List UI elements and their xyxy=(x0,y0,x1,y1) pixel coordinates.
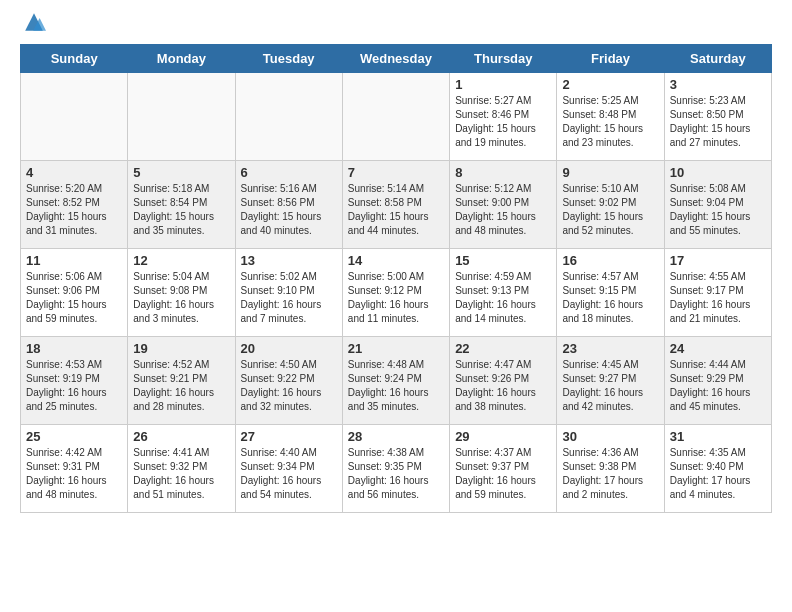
day-number: 13 xyxy=(241,253,337,268)
calendar-cell: 18Sunrise: 4:53 AM Sunset: 9:19 PM Dayli… xyxy=(21,337,128,425)
cell-text: Sunrise: 5:10 AM Sunset: 9:02 PM Dayligh… xyxy=(562,182,658,238)
cell-text: Sunrise: 5:27 AM Sunset: 8:46 PM Dayligh… xyxy=(455,94,551,150)
day-number: 31 xyxy=(670,429,766,444)
calendar-cell xyxy=(128,73,235,161)
day-number: 6 xyxy=(241,165,337,180)
calendar-cell: 15Sunrise: 4:59 AM Sunset: 9:13 PM Dayli… xyxy=(450,249,557,337)
calendar-cell: 25Sunrise: 4:42 AM Sunset: 9:31 PM Dayli… xyxy=(21,425,128,513)
calendar-cell: 13Sunrise: 5:02 AM Sunset: 9:10 PM Dayli… xyxy=(235,249,342,337)
cell-text: Sunrise: 4:53 AM Sunset: 9:19 PM Dayligh… xyxy=(26,358,122,414)
cell-text: Sunrise: 4:52 AM Sunset: 9:21 PM Dayligh… xyxy=(133,358,229,414)
day-number: 25 xyxy=(26,429,122,444)
day-header-wednesday: Wednesday xyxy=(342,45,449,73)
week-row-2: 4Sunrise: 5:20 AM Sunset: 8:52 PM Daylig… xyxy=(21,161,772,249)
calendar-cell: 26Sunrise: 4:41 AM Sunset: 9:32 PM Dayli… xyxy=(128,425,235,513)
day-header-friday: Friday xyxy=(557,45,664,73)
day-header-saturday: Saturday xyxy=(664,45,771,73)
calendar-cell: 20Sunrise: 4:50 AM Sunset: 9:22 PM Dayli… xyxy=(235,337,342,425)
day-header-sunday: Sunday xyxy=(21,45,128,73)
calendar-cell: 29Sunrise: 4:37 AM Sunset: 9:37 PM Dayli… xyxy=(450,425,557,513)
cell-text: Sunrise: 5:16 AM Sunset: 8:56 PM Dayligh… xyxy=(241,182,337,238)
day-number: 30 xyxy=(562,429,658,444)
calendar-cell: 24Sunrise: 4:44 AM Sunset: 9:29 PM Dayli… xyxy=(664,337,771,425)
day-number: 27 xyxy=(241,429,337,444)
cell-text: Sunrise: 5:08 AM Sunset: 9:04 PM Dayligh… xyxy=(670,182,766,238)
day-number: 11 xyxy=(26,253,122,268)
day-number: 3 xyxy=(670,77,766,92)
calendar-cell: 28Sunrise: 4:38 AM Sunset: 9:35 PM Dayli… xyxy=(342,425,449,513)
day-number: 26 xyxy=(133,429,229,444)
calendar-cell: 4Sunrise: 5:20 AM Sunset: 8:52 PM Daylig… xyxy=(21,161,128,249)
cell-text: Sunrise: 4:41 AM Sunset: 9:32 PM Dayligh… xyxy=(133,446,229,502)
day-number: 2 xyxy=(562,77,658,92)
cell-text: Sunrise: 5:14 AM Sunset: 8:58 PM Dayligh… xyxy=(348,182,444,238)
week-row-4: 18Sunrise: 4:53 AM Sunset: 9:19 PM Dayli… xyxy=(21,337,772,425)
page-header xyxy=(20,20,772,34)
calendar-cell: 9Sunrise: 5:10 AM Sunset: 9:02 PM Daylig… xyxy=(557,161,664,249)
calendar-cell: 3Sunrise: 5:23 AM Sunset: 8:50 PM Daylig… xyxy=(664,73,771,161)
day-number: 22 xyxy=(455,341,551,356)
day-number: 9 xyxy=(562,165,658,180)
calendar-cell xyxy=(21,73,128,161)
calendar-cell: 12Sunrise: 5:04 AM Sunset: 9:08 PM Dayli… xyxy=(128,249,235,337)
calendar-cell: 5Sunrise: 5:18 AM Sunset: 8:54 PM Daylig… xyxy=(128,161,235,249)
day-number: 8 xyxy=(455,165,551,180)
cell-text: Sunrise: 5:20 AM Sunset: 8:52 PM Dayligh… xyxy=(26,182,122,238)
day-number: 15 xyxy=(455,253,551,268)
cell-text: Sunrise: 5:12 AM Sunset: 9:00 PM Dayligh… xyxy=(455,182,551,238)
day-number: 24 xyxy=(670,341,766,356)
week-row-5: 25Sunrise: 4:42 AM Sunset: 9:31 PM Dayli… xyxy=(21,425,772,513)
cell-text: Sunrise: 4:50 AM Sunset: 9:22 PM Dayligh… xyxy=(241,358,337,414)
calendar-table: SundayMondayTuesdayWednesdayThursdayFrid… xyxy=(20,44,772,513)
day-number: 20 xyxy=(241,341,337,356)
cell-text: Sunrise: 4:55 AM Sunset: 9:17 PM Dayligh… xyxy=(670,270,766,326)
cell-text: Sunrise: 4:44 AM Sunset: 9:29 PM Dayligh… xyxy=(670,358,766,414)
calendar-cell: 17Sunrise: 4:55 AM Sunset: 9:17 PM Dayli… xyxy=(664,249,771,337)
day-number: 18 xyxy=(26,341,122,356)
calendar-cell: 7Sunrise: 5:14 AM Sunset: 8:58 PM Daylig… xyxy=(342,161,449,249)
day-number: 21 xyxy=(348,341,444,356)
calendar-cell: 22Sunrise: 4:47 AM Sunset: 9:26 PM Dayli… xyxy=(450,337,557,425)
cell-text: Sunrise: 4:36 AM Sunset: 9:38 PM Dayligh… xyxy=(562,446,658,502)
day-number: 1 xyxy=(455,77,551,92)
calendar-cell xyxy=(235,73,342,161)
day-number: 17 xyxy=(670,253,766,268)
day-number: 23 xyxy=(562,341,658,356)
calendar-cell: 8Sunrise: 5:12 AM Sunset: 9:00 PM Daylig… xyxy=(450,161,557,249)
calendar-cell: 19Sunrise: 4:52 AM Sunset: 9:21 PM Dayli… xyxy=(128,337,235,425)
cell-text: Sunrise: 4:38 AM Sunset: 9:35 PM Dayligh… xyxy=(348,446,444,502)
cell-text: Sunrise: 4:47 AM Sunset: 9:26 PM Dayligh… xyxy=(455,358,551,414)
calendar-cell: 31Sunrise: 4:35 AM Sunset: 9:40 PM Dayli… xyxy=(664,425,771,513)
cell-text: Sunrise: 4:57 AM Sunset: 9:15 PM Dayligh… xyxy=(562,270,658,326)
day-header-monday: Monday xyxy=(128,45,235,73)
day-header-thursday: Thursday xyxy=(450,45,557,73)
calendar-cell: 10Sunrise: 5:08 AM Sunset: 9:04 PM Dayli… xyxy=(664,161,771,249)
day-number: 16 xyxy=(562,253,658,268)
day-number: 19 xyxy=(133,341,229,356)
logo xyxy=(20,20,46,34)
week-row-3: 11Sunrise: 5:06 AM Sunset: 9:06 PM Dayli… xyxy=(21,249,772,337)
cell-text: Sunrise: 5:18 AM Sunset: 8:54 PM Dayligh… xyxy=(133,182,229,238)
cell-text: Sunrise: 4:45 AM Sunset: 9:27 PM Dayligh… xyxy=(562,358,658,414)
calendar-cell: 11Sunrise: 5:06 AM Sunset: 9:06 PM Dayli… xyxy=(21,249,128,337)
calendar-cell xyxy=(342,73,449,161)
day-number: 14 xyxy=(348,253,444,268)
cell-text: Sunrise: 5:25 AM Sunset: 8:48 PM Dayligh… xyxy=(562,94,658,150)
logo-icon xyxy=(22,10,46,34)
cell-text: Sunrise: 5:04 AM Sunset: 9:08 PM Dayligh… xyxy=(133,270,229,326)
week-row-1: 1Sunrise: 5:27 AM Sunset: 8:46 PM Daylig… xyxy=(21,73,772,161)
calendar-cell: 1Sunrise: 5:27 AM Sunset: 8:46 PM Daylig… xyxy=(450,73,557,161)
day-number: 7 xyxy=(348,165,444,180)
day-number: 28 xyxy=(348,429,444,444)
cell-text: Sunrise: 5:06 AM Sunset: 9:06 PM Dayligh… xyxy=(26,270,122,326)
day-number: 29 xyxy=(455,429,551,444)
calendar-cell: 16Sunrise: 4:57 AM Sunset: 9:15 PM Dayli… xyxy=(557,249,664,337)
calendar-cell: 30Sunrise: 4:36 AM Sunset: 9:38 PM Dayli… xyxy=(557,425,664,513)
day-header-row: SundayMondayTuesdayWednesdayThursdayFrid… xyxy=(21,45,772,73)
cell-text: Sunrise: 4:37 AM Sunset: 9:37 PM Dayligh… xyxy=(455,446,551,502)
calendar-cell: 6Sunrise: 5:16 AM Sunset: 8:56 PM Daylig… xyxy=(235,161,342,249)
day-number: 12 xyxy=(133,253,229,268)
calendar-cell: 21Sunrise: 4:48 AM Sunset: 9:24 PM Dayli… xyxy=(342,337,449,425)
calendar-cell: 14Sunrise: 5:00 AM Sunset: 9:12 PM Dayli… xyxy=(342,249,449,337)
calendar-cell: 2Sunrise: 5:25 AM Sunset: 8:48 PM Daylig… xyxy=(557,73,664,161)
